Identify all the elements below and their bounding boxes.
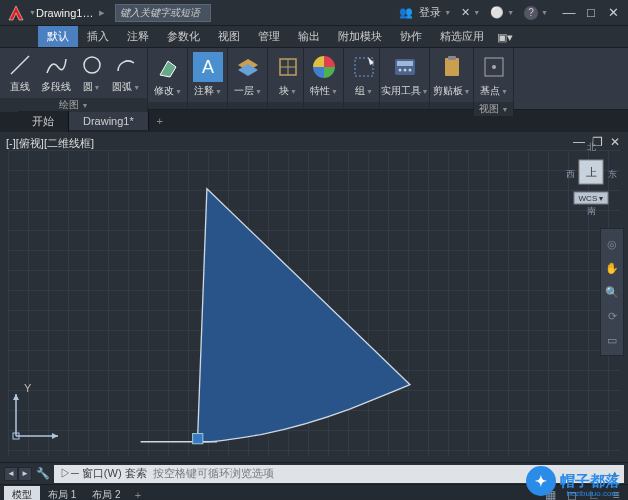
close-button[interactable]: ✕	[602, 4, 624, 22]
nav-orbit-icon[interactable]: ⟳	[603, 307, 621, 325]
viewport-label[interactable]: [-][俯视][二维线框]	[6, 136, 94, 151]
nav-fullnav-icon[interactable]: ◎	[603, 235, 621, 253]
group-view-label: 视图▼	[474, 102, 513, 116]
annotate-button[interactable]: A注释▼	[192, 50, 224, 100]
drawing-shape[interactable]	[8, 150, 620, 456]
svg-rect-17	[193, 434, 203, 444]
maximize-button[interactable]: □	[580, 4, 602, 22]
svg-text:南: 南	[587, 206, 596, 216]
cmd-scroll-right[interactable]: ►	[18, 467, 32, 481]
svg-text:WCS ▾: WCS ▾	[579, 194, 604, 203]
ribbon: 直线 多段线 圆▼ 圆弧▼ 绘图▼ 修改▼ A注释▼ 一层▼ 块▼	[0, 48, 628, 110]
tab-more[interactable]: ▣▾	[493, 28, 517, 47]
clipboard-button[interactable]: 剪贴板▼	[434, 50, 469, 100]
vp-minimize[interactable]: —	[572, 135, 586, 149]
svg-point-1	[84, 57, 100, 73]
svg-line-0	[11, 56, 29, 74]
document-tabs: 开始 Drawing1* +	[0, 110, 628, 132]
ucs-icon	[10, 386, 66, 444]
nav-showmotion-icon[interactable]: ▭	[603, 331, 621, 349]
layout-tab-model[interactable]: 模型	[4, 486, 40, 501]
tab-collab[interactable]: 协作	[391, 26, 431, 47]
svg-rect-8	[397, 61, 413, 66]
tab-annotate[interactable]: 注释	[118, 26, 158, 47]
help-icon[interactable]: ?	[524, 6, 538, 20]
viewport[interactable]: [-][俯视][二维线框] — ❐ ✕ Y 北 南 西 东 上 WCS ▾ ◎	[0, 132, 628, 462]
watermark-logo-icon: ✦	[526, 466, 556, 496]
layout-tab-1[interactable]: 布局 1	[40, 486, 84, 501]
login-link[interactable]: 登录	[419, 5, 441, 20]
doc-tab-add[interactable]: +	[149, 115, 171, 127]
properties-button[interactable]: 特性▼	[308, 50, 340, 100]
ribbon-tabs: 默认 插入 注释 参数化 视图 管理 输出 附加模块 协作 精选应用 ▣▾	[0, 26, 628, 48]
tab-insert[interactable]: 插入	[78, 26, 118, 47]
cmd-scroll-left[interactable]: ◄	[4, 467, 18, 481]
nav-zoom-icon[interactable]: 🔍	[603, 283, 621, 301]
app-menu-dropdown[interactable]: ▼	[29, 9, 36, 16]
svg-point-9	[398, 69, 401, 72]
line-button[interactable]: 直线	[4, 50, 36, 96]
layout-add[interactable]: +	[129, 489, 147, 501]
circle-button[interactable]: 圆▼	[76, 50, 108, 96]
utilities-button[interactable]: 实用工具▼	[384, 50, 425, 100]
nav-pan-icon[interactable]: ✋	[603, 259, 621, 277]
svg-point-10	[403, 69, 406, 72]
basepoint-button[interactable]: 基点▼	[478, 50, 510, 100]
stayconnected-icon[interactable]: ⚪	[490, 6, 504, 19]
document-title: Drawing1…	[36, 7, 93, 19]
navigation-bar: ◎ ✋ 🔍 ⟳ ▭	[600, 228, 624, 356]
layer-button[interactable]: 一层▼	[232, 50, 264, 100]
svg-rect-13	[448, 56, 456, 60]
customize-icon[interactable]: 🔧	[36, 467, 50, 480]
svg-marker-21	[13, 394, 19, 400]
infocenter-icon[interactable]: 👥	[399, 6, 413, 19]
svg-rect-12	[445, 58, 459, 76]
svg-point-15	[492, 65, 496, 69]
tab-manage[interactable]: 管理	[249, 26, 289, 47]
block-button[interactable]: 块▼	[272, 50, 304, 100]
modify-button[interactable]: 修改▼	[152, 50, 184, 100]
group-button[interactable]: 组▼	[348, 50, 380, 100]
svg-point-11	[408, 69, 411, 72]
svg-text:西: 西	[566, 169, 575, 179]
arc-button[interactable]: 圆弧▼	[110, 50, 143, 96]
doc-tab-start[interactable]: 开始	[18, 111, 69, 132]
svg-text:上: 上	[586, 166, 597, 178]
viewcube[interactable]: 北 南 西 东 上 WCS ▾	[564, 142, 618, 216]
doc-tab-drawing1[interactable]: Drawing1*	[69, 112, 149, 130]
exchange-icon[interactable]: ✕	[461, 6, 470, 19]
app-logo[interactable]	[4, 3, 28, 23]
vp-close[interactable]: ✕	[608, 135, 622, 149]
svg-marker-22	[52, 433, 58, 439]
tab-output[interactable]: 输出	[289, 26, 329, 47]
minimize-button[interactable]: —	[558, 4, 580, 22]
polyline-button[interactable]: 多段线	[38, 50, 74, 96]
search-input[interactable]: 键入关键字或短语	[115, 4, 211, 22]
watermark: ✦ 帽子都落 hezibuluo.com	[526, 466, 620, 496]
tab-addins[interactable]: 附加模块	[329, 26, 391, 47]
svg-text:东: 东	[608, 169, 617, 179]
tab-parametric[interactable]: 参数化	[158, 26, 209, 47]
tab-default[interactable]: 默认	[38, 26, 78, 47]
tab-view[interactable]: 视图	[209, 26, 249, 47]
layout-tab-2[interactable]: 布局 2	[84, 486, 128, 501]
tab-featured[interactable]: 精选应用	[431, 26, 493, 47]
vp-restore[interactable]: ❐	[590, 135, 604, 149]
